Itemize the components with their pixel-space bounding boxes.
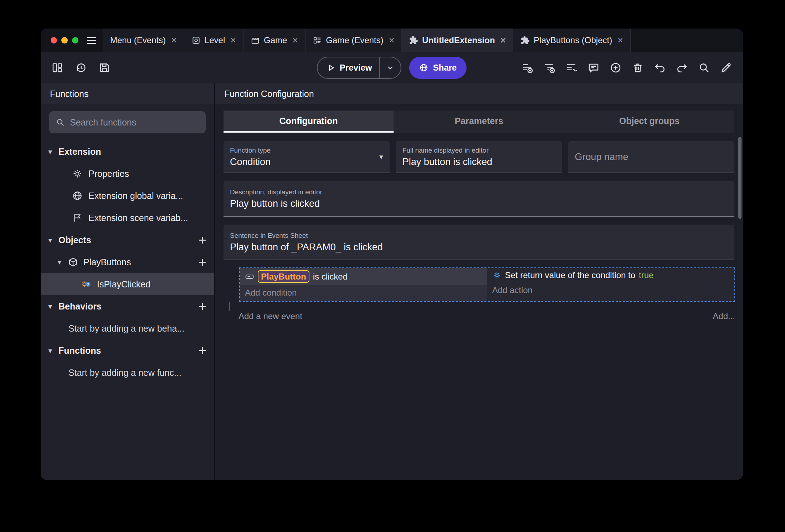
preview-dropdown-button[interactable] [380,57,401,78]
search-functions-input[interactable] [70,117,199,128]
toolbar-left [51,62,111,74]
sentence-input[interactable] [230,242,728,253]
close-icon[interactable]: × [500,36,506,45]
action-value[interactable]: true [639,270,653,280]
tab-configuration[interactable]: Configuration [224,111,394,133]
events-sheet: PlayButton is clicked Add condition Set … [224,267,735,321]
sidebar-item-extension[interactable]: ▾ Extension [41,140,214,163]
share-button[interactable]: Share [409,57,467,79]
tab-object-groups[interactable]: Object groups [564,111,734,133]
configuration-tabs: Configuration Parameters Object groups [224,111,734,133]
sentence-field[interactable]: Sentence in Events Sheet [224,225,734,260]
undo-icon[interactable] [654,62,666,74]
tab-untitled-extension[interactable]: UntitledExtension × [402,29,513,52]
description-field[interactable]: Description, displayed in editor [224,181,734,217]
chevron-down-icon[interactable]: ▾ [48,236,58,244]
close-icon[interactable]: × [230,36,236,45]
function-type-select[interactable]: Function type Condition ▾ [224,141,390,173]
tab-parameters[interactable]: Parameters [394,111,564,133]
condition-item[interactable]: PlayButton is clicked [240,268,487,285]
redo-icon[interactable] [676,62,688,74]
section-label: Behaviors [58,301,102,312]
add-other-event-icon[interactable] [565,62,578,74]
tab-level[interactable]: Level × [184,29,243,52]
add-circle-icon[interactable] [610,62,622,74]
add-function-to-object-button[interactable]: + [199,255,206,269]
minimize-window-button[interactable] [61,37,68,44]
tab-playbuttons-object[interactable]: PlayButtons (Object) × [513,29,631,52]
save-icon[interactable] [98,62,111,74]
sidebar-item-isplayclicked[interactable]: ? IsPlayClicked [41,273,214,295]
close-icon[interactable]: × [292,36,298,45]
content: Functions ▾ Extension Properties [41,83,743,480]
toolbar-right [521,62,732,74]
add-subevent-icon[interactable] [543,62,555,74]
group-name-input[interactable] [575,152,728,163]
configuration-form: Function type Condition ▾ Full name disp… [215,133,743,260]
event-row[interactable]: PlayButton is clicked Add condition Set … [239,267,735,302]
history-icon[interactable] [75,62,87,74]
add-action-button[interactable]: Add action [487,282,735,295]
add-event-icon[interactable] [521,62,533,74]
sidebar-item-playbuttons[interactable]: ▾ PlayButtons + [41,251,214,273]
sidebar-tree: ▾ Extension Properties Extension global … [41,140,214,480]
tab-game[interactable]: Game × [243,29,306,52]
action-item[interactable]: Set return value of the condition to tru… [487,268,735,282]
preview-button[interactable]: Preview [317,57,401,79]
sidebar-item-properties[interactable]: Properties [41,163,214,185]
events-sheet-icon [313,36,322,45]
sidebar-item-behaviors[interactable]: ▾ Behaviors + [41,295,214,317]
chevron-down-icon[interactable]: ▾ [48,148,58,156]
globe-icon [72,190,83,201]
hint-label: Start by adding a new func... [68,368,181,378]
object-chip[interactable]: PlayButton [258,270,309,283]
scrollbar-thumb[interactable] [738,137,742,219]
full-name-input[interactable] [402,157,556,168]
chevron-down-icon[interactable]: ▾ [58,258,68,266]
project-manager-icon[interactable] [51,62,63,74]
functions-empty-hint[interactable]: Start by adding a new func... [41,362,214,384]
add-comment-icon[interactable] [588,62,600,74]
item-label: PlayButtons [83,257,131,267]
full-name-field[interactable]: Full name displayed in editor [396,141,562,173]
chevron-down-icon[interactable]: ▾ [48,302,58,311]
search-icon [56,118,65,127]
close-window-button[interactable] [51,37,57,44]
close-icon[interactable]: × [389,36,395,45]
section-label: Extension [58,147,101,157]
main-menu-icon[interactable] [86,29,103,52]
zoom-window-button[interactable] [72,37,78,44]
add-condition-button[interactable]: Add condition [240,285,487,298]
editor-tabs: Menu (Events) × Level × Game × [103,29,743,52]
sidebar-item-extension-scene-variables[interactable]: Extension scene variab... [41,207,214,229]
hint-label: Start by adding a new beha... [68,323,184,334]
conditions-column: PlayButton is clicked Add condition [240,268,487,301]
close-icon[interactable]: × [617,36,623,45]
tab-menu-events[interactable]: Menu (Events) × [103,29,184,52]
edit-extension-icon[interactable] [720,62,732,74]
add-event-row: Add a new event Add... [224,311,735,321]
add-more-button[interactable]: Add... [713,311,735,321]
chevron-down-icon[interactable]: ▾ [48,347,58,355]
search-box[interactable] [49,111,206,133]
sidebar-item-extension-global-variables[interactable]: Extension global varia... [41,185,214,207]
add-object-button[interactable]: + [199,233,206,247]
condition-text: is clicked [313,272,348,282]
app-window: Menu (Events) × Level × Game × [41,29,743,480]
group-name-field[interactable] [568,141,734,173]
sidebar-item-objects[interactable]: ▾ Objects + [41,229,214,251]
behaviors-empty-hint[interactable]: Start by adding a new beha... [41,317,214,339]
delete-icon[interactable] [632,62,644,74]
svg-text:?: ? [87,282,89,287]
action-text: Set return value of the condition to [505,270,636,280]
close-icon[interactable]: × [171,36,177,45]
add-behavior-button[interactable]: + [199,300,206,313]
add-function-button[interactable]: + [199,344,206,357]
tab-game-events[interactable]: Game (Events) × [306,29,402,52]
add-new-event-button[interactable]: Add a new event [238,311,302,321]
description-input[interactable] [230,198,728,209]
section-label: Functions [58,346,101,356]
sidebar-item-functions[interactable]: ▾ Functions + [41,339,214,362]
search-icon[interactable] [698,62,710,74]
gear-icon [492,271,502,280]
